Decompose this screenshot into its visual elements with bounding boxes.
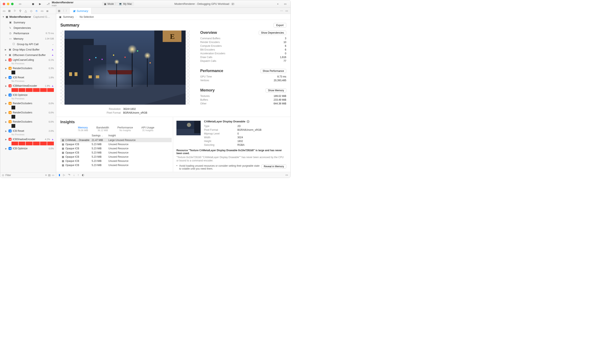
insight-row[interactable]: ▦Opaque ICB5.23 MiBUnused Resource	[60, 142, 172, 146]
tab-summary[interactable]: ▣ Summary	[70, 8, 91, 14]
folder-nav-icon[interactable]: ▭	[2, 9, 6, 13]
sidebar-item-memory[interactable]: ▭ Memory 1.04 GiB	[0, 36, 56, 41]
frame-preview: E	[60, 31, 190, 105]
disclosure-icon[interactable]: ▶	[5, 121, 7, 123]
toggle-navigator-icon[interactable]: ▭	[17, 2, 23, 6]
checkbox-icon[interactable]: ☐	[12, 42, 15, 46]
add-icon[interactable]: +	[247, 120, 249, 123]
scheme-target-selector[interactable]: ▣ Mode 〉 💻 My Mac	[102, 2, 134, 6]
breakpoint-nav-icon[interactable]: ▭	[40, 9, 44, 13]
step-over-icon[interactable]: ↷	[68, 173, 70, 176]
sort-icon[interactable]: ⌄	[101, 135, 103, 137]
debug-nav-icon[interactable]: ⎋	[35, 9, 38, 13]
disclosure-icon[interactable]: ▼	[2, 16, 4, 18]
group-by-api-toggle[interactable]: ☐ Group by API Call ⌄	[0, 41, 56, 47]
encoder-item[interactable]: ▶▮RenderOccluders0.0%	[0, 110, 56, 115]
report-nav-icon[interactable]: ≣	[46, 9, 49, 13]
export-button[interactable]: Export	[274, 23, 286, 28]
run-button[interactable]: ▶	[37, 2, 43, 6]
disclosure-icon[interactable]: ▶	[5, 130, 7, 132]
step-in-icon[interactable]: ↓	[73, 173, 75, 176]
filter-opt-icon[interactable]: ▭	[52, 174, 54, 177]
insights-tab[interactable]: PerformanceNo Insights	[117, 126, 133, 132]
disclosure-icon[interactable]: ▼	[5, 54, 7, 56]
nav-forward-icon[interactable]: 〉	[66, 9, 68, 13]
filter-opt-icon[interactable]: ≡	[45, 174, 47, 177]
sidebar-item-summary[interactable]: ▣ Summary	[0, 20, 56, 25]
encoder-item[interactable]: ▶▮LightCoarseCulling0.1%	[0, 58, 56, 62]
search-nav-icon[interactable]: ⚲	[19, 9, 22, 13]
encoder-item[interactable]: ▶▮RenderOccluders0.0%	[0, 119, 56, 124]
disclosure-icon[interactable]: ▶	[5, 67, 7, 70]
disclosure-icon[interactable]: ▶	[5, 102, 7, 105]
insights-tab[interactable]: Bandwidth36.12 MiB	[96, 126, 109, 132]
insight-row[interactable]: ▦Opaque ICB5.23 MiBUnused Resource	[60, 146, 172, 150]
insights-tab[interactable]: API Usage31 Insights	[141, 126, 154, 132]
tab-options-icon[interactable]: ⋯	[280, 9, 283, 12]
bookmark-nav-icon[interactable]: ⚐	[13, 9, 17, 13]
sidebar-item-performance[interactable]: ◷ Performance 8.73 ms	[0, 31, 56, 36]
no-previews-label: No Previews	[0, 133, 56, 137]
tag-nav-icon[interactable]: ◇	[29, 9, 33, 13]
disclosure-icon[interactable]: ▶	[5, 148, 7, 150]
col-savings[interactable]: Savings	[92, 134, 101, 137]
continue-icon[interactable]: ▷	[63, 173, 65, 176]
disclosure-icon[interactable]: ▶	[5, 94, 7, 96]
add-tab-icon[interactable]: ＋	[275, 2, 280, 6]
minimize-window[interactable]	[7, 3, 9, 5]
cmd-buffer-drop-mips[interactable]: ▶ ▣ Drop Mips Cmd Buffer ▲	[0, 47, 56, 52]
sidebar-item-dependencies[interactable]: ↳ Dependencies	[0, 25, 56, 31]
encoder-item[interactable]: ▶▮ICBShadowEncoder4.2%▲	[0, 137, 56, 141]
show-memory-button[interactable]: Show Memory	[266, 88, 286, 92]
toggle-minimap-icon[interactable]: ▭	[285, 9, 288, 12]
toggle-inspector-icon[interactable]: ▭	[282, 2, 288, 6]
project-title[interactable]: ModernRenderer main	[52, 1, 74, 7]
close-nav-icon[interactable]: ⊠	[8, 9, 11, 13]
show-performance-button[interactable]: Show Performance	[260, 69, 286, 73]
encoder-item[interactable]: ▶▮ICB Optimize	[0, 93, 56, 97]
filter-opt-icon[interactable]: ▤	[48, 174, 50, 177]
disclosure-icon[interactable]: ▶	[5, 76, 7, 79]
reveal-in-memory-button[interactable]: Reveal in Memory	[261, 164, 286, 168]
encoder-item[interactable]: ▶▮ICBMainViewEncoder1.9%▲	[0, 83, 56, 88]
disclosure-icon[interactable]: ▶	[5, 59, 7, 61]
capture-root[interactable]: ▼ ▣ ModernRenderer Captured G…	[0, 14, 56, 20]
stat-row: Vertices20,393,485	[200, 79, 286, 82]
nav-back-icon[interactable]: 〈	[62, 9, 64, 13]
insight-row[interactable]: ▦Opaque ICB5.23 MiBUnused Resource	[60, 155, 172, 159]
insight-row[interactable]: ▦CAMetalL…Drawable21.47 MiBLarge Unused …	[60, 138, 172, 142]
col-insight[interactable]: Insight	[108, 134, 172, 137]
insight-row[interactable]: ▦Opaque ICB5.23 MiBUnused Resource	[60, 159, 172, 163]
issue-nav-icon[interactable]: △	[24, 9, 27, 13]
step-out-icon[interactable]: ↑	[78, 173, 79, 176]
insight-row[interactable]: ▦Opaque ICB5.23 MiBUnused Resource	[60, 150, 172, 155]
encoder-item[interactable]: ▶▮RenderOccluders0.3%	[0, 66, 56, 70]
scope-icon[interactable]: ⊙	[2, 174, 4, 177]
svg-point-15	[114, 59, 119, 64]
close-window[interactable]	[3, 3, 5, 5]
insights-tab[interactable]: Memory76.06 MiB	[78, 126, 88, 132]
encoder-icon: ▮	[8, 138, 11, 141]
debug-toggle-icon[interactable]: ▮	[59, 173, 60, 176]
breadcrumb[interactable]: ▣ Summary 〉 No Selection	[56, 14, 291, 20]
filter-input[interactable]	[5, 174, 44, 177]
disclosure-icon[interactable]: ▶	[5, 138, 7, 141]
encoder-item[interactable]: ▶▮RenderOccluders0.0%	[0, 101, 56, 105]
encoder-item[interactable]: ▶▮ICB Reset2.0%	[0, 129, 56, 133]
disclosure-icon[interactable]: ▶	[5, 112, 7, 114]
console-toggle-icon[interactable]: ▭	[285, 173, 288, 176]
svg-text:E: E	[170, 33, 175, 40]
stop-button[interactable]: ◼	[30, 2, 36, 6]
chevron-down-icon[interactable]: ⌄	[52, 43, 54, 46]
show-dependencies-button[interactable]: Show Dependencies	[259, 31, 286, 35]
debug-view-icon[interactable]: ◐	[82, 173, 84, 176]
insight-row[interactable]: ▦Opaque ICB5.23 MiBUnused Resource	[60, 163, 172, 167]
disclosure-icon[interactable]: ▶	[5, 85, 7, 87]
disclosure-icon[interactable]: ▶	[5, 49, 7, 51]
encoder-item[interactable]: ▶▮ICB Reset1.8%	[0, 75, 56, 79]
zoom-window[interactable]	[11, 3, 14, 5]
related-items-icon[interactable]: ▦	[58, 9, 60, 12]
encoder-item[interactable]: ▶▮ICB Optimize0.0%	[0, 146, 56, 150]
cmd-buffer-offscreen[interactable]: ▼ ▣ Offscreen Command Buffer ▲	[0, 52, 56, 58]
insight-suggestion: Avoid loading unused resources or consid…	[179, 164, 261, 170]
